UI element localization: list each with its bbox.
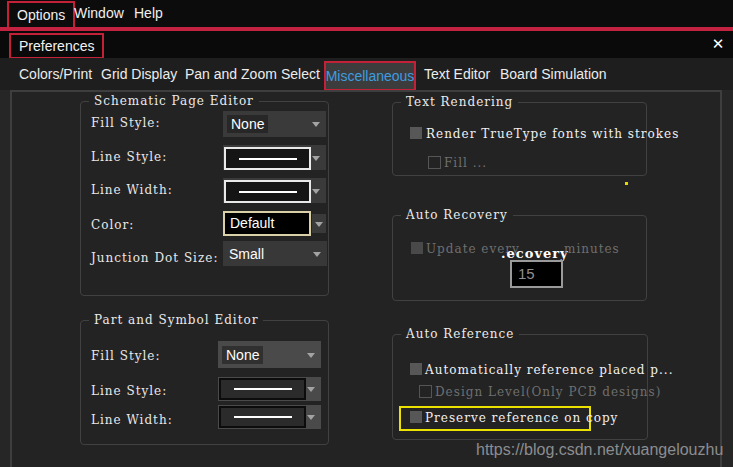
line-width-select[interactable] xyxy=(223,178,326,203)
menu-item-window[interactable]: Window xyxy=(74,5,124,21)
menu-bar: Options Window Help xyxy=(0,0,733,27)
auto-reference-label: Automatically reference placed p... xyxy=(425,363,673,377)
recovery-glitch-text: .ecovery xyxy=(501,246,569,261)
dialog-title: Preferences xyxy=(9,33,104,59)
tab-pan-and-zoom[interactable]: Pan and Zoom xyxy=(185,66,277,82)
color-arrow-button[interactable] xyxy=(312,214,326,233)
group-schematic-page-editor: Schematic Page Editor Fill Style: None L… xyxy=(80,101,329,296)
chevron-down-icon xyxy=(312,156,320,161)
chevron-down-icon xyxy=(307,353,315,358)
fill-style-select[interactable]: None xyxy=(218,341,321,368)
line-style-select[interactable] xyxy=(218,377,321,401)
tab-board-simulation[interactable]: Board Simulation xyxy=(500,66,607,82)
render-truetype-label: Render TrueType fonts with strokes xyxy=(426,127,679,141)
tab-bar: Colors/Print Grid Display Pan and Zoom S… xyxy=(0,58,733,90)
group-title: Text Rendering xyxy=(401,95,518,109)
color-select[interactable]: Default xyxy=(223,211,326,236)
group-text-rendering: Text Rendering Render TrueType fonts wit… xyxy=(392,102,647,176)
line-width-label: Line Width: xyxy=(91,413,173,427)
junction-dot-size-select[interactable]: Small xyxy=(223,241,327,266)
group-title: Part and Symbol Editor xyxy=(89,313,263,327)
group-auto-recovery: Auto Recovery Update every .ecovery minu… xyxy=(392,215,647,301)
watermark-url: https://blog.csdn.net/xuangelouzhu xyxy=(476,441,723,459)
tab-miscellaneous-selected[interactable]: Miscellaneous xyxy=(324,61,416,91)
update-every-checkbox[interactable] xyxy=(411,242,423,254)
close-icon[interactable]: ✕ xyxy=(707,34,729,54)
chevron-down-icon xyxy=(315,222,323,227)
fill-checkbox[interactable] xyxy=(428,156,441,169)
line-style-label: Line Style: xyxy=(91,150,167,164)
design-level-label: Design Level(Only PCB designs) xyxy=(435,385,661,399)
menu-item-options[interactable]: Options xyxy=(7,1,75,29)
group-title: Auto Recovery xyxy=(401,208,513,222)
app-window: Options Window Help Preferences ✕ Colors… xyxy=(0,0,733,467)
yellow-artifact-dot xyxy=(625,182,628,185)
group-part-symbol-editor: Part and Symbol Editor Fill Style: None … xyxy=(80,320,329,445)
group-title: Auto Reference xyxy=(401,327,519,341)
line-style-select[interactable] xyxy=(223,145,326,170)
preserve-reference-checkbox[interactable] xyxy=(410,411,422,423)
minutes-label: minutes xyxy=(564,242,620,256)
chevron-down-icon xyxy=(307,387,315,392)
line-width-preview xyxy=(224,180,311,203)
group-auto-reference: Auto Reference Automatically reference p… xyxy=(392,334,648,440)
fill-style-select[interactable]: None xyxy=(223,111,326,137)
fill-style-label: Fill Style: xyxy=(91,349,160,363)
fill-style-value: None xyxy=(227,115,268,133)
line-style-label: Line Style: xyxy=(91,384,167,398)
chevron-down-icon xyxy=(312,189,320,194)
tab-text-editor[interactable]: Text Editor xyxy=(424,66,490,82)
fill-label: Fill ... xyxy=(444,156,487,170)
junction-dot-size-value: Small xyxy=(229,246,264,262)
dialog-titlebar: Preferences ✕ xyxy=(0,31,733,58)
tab-select[interactable]: Select xyxy=(281,66,320,82)
line-style-preview xyxy=(219,378,306,400)
line-width-preview xyxy=(219,406,306,428)
render-truetype-checkbox[interactable] xyxy=(410,127,422,139)
design-level-checkbox[interactable] xyxy=(419,385,432,398)
auto-reference-checkbox[interactable] xyxy=(410,363,422,375)
chevron-down-icon xyxy=(313,252,321,257)
tab-colors-print[interactable]: Colors/Print xyxy=(19,66,92,82)
fill-style-label: Fill Style: xyxy=(91,116,160,130)
color-value: Default xyxy=(230,215,274,231)
chevron-down-icon xyxy=(312,122,320,127)
color-swatch-box: Default xyxy=(223,211,311,236)
tab-grid-display[interactable]: Grid Display xyxy=(101,66,177,82)
group-title: Schematic Page Editor xyxy=(89,94,259,108)
preserve-reference-label: Preserve reference on copy xyxy=(425,411,618,425)
line-width-select[interactable] xyxy=(218,405,321,429)
chevron-down-icon xyxy=(307,415,315,420)
junction-dot-size-label: Junction Dot Size: xyxy=(91,251,218,265)
line-style-preview xyxy=(224,147,311,170)
color-label: Color: xyxy=(91,218,134,232)
menu-item-help[interactable]: Help xyxy=(134,5,163,21)
line-width-label: Line Width: xyxy=(91,183,173,197)
fill-style-value: None xyxy=(222,346,263,364)
minutes-input[interactable]: 15 xyxy=(510,260,563,288)
